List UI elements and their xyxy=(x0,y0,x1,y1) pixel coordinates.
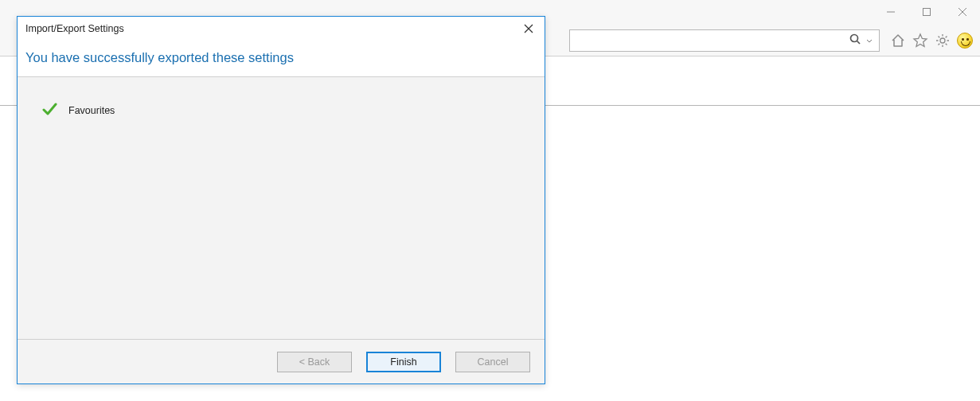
cancel-button: Cancel xyxy=(455,352,530,372)
maximize-button[interactable] xyxy=(908,0,944,24)
svg-marker-6 xyxy=(914,34,927,47)
dialog-titlebar: Import/Export Settings xyxy=(18,17,545,41)
gear-icon[interactable] xyxy=(932,30,953,51)
svg-rect-1 xyxy=(923,9,930,16)
dialog-heading-text: You have successfully exported these set… xyxy=(25,50,537,65)
minimize-button[interactable] xyxy=(873,0,908,24)
close-icon xyxy=(524,24,533,33)
exported-item-label: Favourites xyxy=(68,105,115,116)
svg-point-7 xyxy=(940,38,945,43)
window-close-button[interactable] xyxy=(944,0,980,24)
dialog-heading: You have successfully exported these set… xyxy=(18,41,545,77)
dialog-body: Favourites xyxy=(18,77,545,339)
import-export-dialog: Import/Export Settings You have successf… xyxy=(17,16,545,384)
home-icon[interactable] xyxy=(888,30,908,51)
chevron-down-icon[interactable] xyxy=(866,33,873,48)
exported-item-row: Favourites xyxy=(41,101,521,120)
feedback-smiley-icon[interactable] xyxy=(955,30,975,51)
back-button: < Back xyxy=(277,352,352,372)
svg-line-5 xyxy=(857,41,861,45)
finish-button[interactable]: Finish xyxy=(366,352,441,372)
dialog-footer: < Back Finish Cancel xyxy=(18,339,545,383)
window-titlebar xyxy=(873,0,980,24)
dialog-close-button[interactable] xyxy=(513,17,545,41)
favorites-star-icon[interactable] xyxy=(910,30,931,51)
dialog-title: Import/Export Settings xyxy=(25,23,124,34)
svg-point-4 xyxy=(851,35,858,42)
search-icon xyxy=(849,33,861,49)
checkmark-icon xyxy=(41,101,57,120)
search-box[interactable] xyxy=(569,29,880,52)
